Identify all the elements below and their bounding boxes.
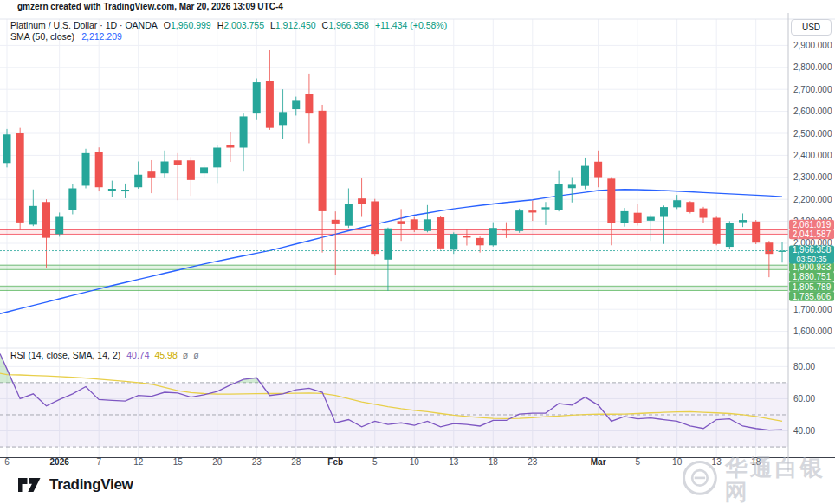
candle-body bbox=[515, 210, 523, 231]
candle-body bbox=[489, 228, 497, 245]
candle-body bbox=[213, 148, 221, 168]
candle-body bbox=[121, 190, 129, 191]
empty-set-icon: ø bbox=[193, 350, 198, 360]
current-price-text: 1,966.358 bbox=[793, 245, 832, 255]
rsi-label: RSI (14, close, SMA, 14, 2) bbox=[10, 350, 120, 360]
rsi-value: 40.74 bbox=[126, 350, 149, 360]
candle-body bbox=[398, 221, 405, 224]
candle-body bbox=[42, 202, 50, 237]
price-axis-label: 2,700.000 bbox=[793, 85, 832, 94]
sma-value: 2,212.209 bbox=[81, 31, 122, 42]
price-axis-label: 1,700.000 bbox=[793, 305, 832, 314]
price-axis-label: 2,600.000 bbox=[793, 107, 832, 116]
candle-body bbox=[765, 242, 773, 254]
alert-price-label-text: 2,041.587 bbox=[793, 229, 832, 239]
time-axis-label: 18 bbox=[751, 457, 761, 467]
candle-body bbox=[371, 201, 379, 254]
candle-body bbox=[437, 217, 444, 249]
candle-body bbox=[16, 133, 24, 223]
candle-body bbox=[660, 207, 668, 216]
level-band bbox=[0, 286, 788, 290]
candle-body bbox=[541, 207, 549, 209]
ohlc-low: L1,912.450 bbox=[270, 20, 316, 30]
candle-body bbox=[358, 198, 366, 204]
time-axis-label: 18 bbox=[489, 457, 499, 467]
sma-label: SMA (50, close) bbox=[10, 31, 74, 42]
time-axis-label: 13 bbox=[449, 457, 459, 467]
time-axis-label: 6 bbox=[4, 457, 10, 467]
candle-body bbox=[568, 184, 576, 188]
currency-button[interactable]: USD bbox=[791, 19, 832, 36]
candle-body bbox=[450, 234, 457, 249]
candle-body bbox=[476, 238, 484, 245]
time-axis-label: 12 bbox=[133, 457, 144, 467]
ohlc-high: H2,003.755 bbox=[217, 20, 264, 30]
time-axis-label: 23 bbox=[252, 457, 262, 467]
candle-body bbox=[555, 184, 563, 210]
rsi-legend[interactable]: RSI (14, close, SMA, 14, 2)40.7445.98øø bbox=[10, 350, 199, 360]
candle-body bbox=[713, 218, 721, 244]
candle-body bbox=[424, 219, 431, 230]
time-axis-label: 23 bbox=[528, 457, 538, 467]
candle-body bbox=[384, 229, 392, 260]
time-axis[interactable]: 6202671215202328Feb510131823Mar5101318 bbox=[4, 457, 761, 467]
countdown-text: 03:50:35 bbox=[796, 255, 826, 263]
candle-body bbox=[411, 219, 418, 229]
candle-body bbox=[240, 116, 248, 147]
time-axis-label: 5 bbox=[372, 457, 378, 467]
time-axis-label: 2026 bbox=[50, 457, 70, 467]
candle-body bbox=[108, 189, 116, 191]
price-axis-label: 2,200.000 bbox=[793, 195, 832, 204]
symbol-title[interactable]: Platinum / U.S. Dollar · 1D · OANDA bbox=[10, 20, 158, 30]
time-axis-label: 5 bbox=[635, 457, 640, 467]
candle-body bbox=[607, 178, 615, 223]
candle-body bbox=[319, 111, 327, 211]
candle-body bbox=[752, 222, 760, 242]
candle-body bbox=[174, 160, 182, 165]
candle-body bbox=[29, 206, 37, 225]
candle-body bbox=[686, 202, 694, 212]
candle-body bbox=[200, 167, 208, 173]
candle-body bbox=[55, 217, 63, 235]
candle-body bbox=[581, 166, 589, 186]
candle-body bbox=[463, 236, 470, 238]
time-axis-label: 13 bbox=[712, 457, 722, 467]
chart-canvas[interactable]: 2,900.0002,800.0002,700.0002,600.0002,50… bbox=[0, 0, 835, 504]
candle-body bbox=[620, 211, 628, 223]
symbol-legend: Platinum / U.S. Dollar · 1D · OANDAO1,96… bbox=[10, 20, 447, 30]
candle-body bbox=[253, 82, 261, 113]
candle-body bbox=[3, 134, 11, 163]
candle-body bbox=[332, 220, 340, 224]
rsi-axis-label: 40.00 bbox=[793, 426, 815, 436]
time-axis-label: 10 bbox=[410, 457, 420, 467]
alert-price-label-text: 1,785.606 bbox=[793, 292, 832, 301]
footer-logo[interactable]: TradingView bbox=[17, 476, 133, 494]
rsi-axis-label: 60.00 bbox=[793, 394, 815, 404]
rsi-ma-value: 45.98 bbox=[155, 350, 178, 360]
candle-body bbox=[68, 188, 76, 210]
price-axis-label: 2,900.000 bbox=[793, 41, 832, 50]
candle-body bbox=[345, 204, 353, 226]
alert-price-label-text: 1,880.751 bbox=[793, 272, 832, 281]
candle-body bbox=[279, 112, 287, 125]
alert-price-label-text: 1,805.789 bbox=[793, 282, 832, 292]
time-axis-label: 28 bbox=[291, 457, 301, 467]
candle-body bbox=[647, 217, 655, 221]
level-band bbox=[0, 265, 788, 269]
price-axis-label: 1,600.000 bbox=[793, 326, 832, 336]
alert-price-label-text: 1,900.933 bbox=[793, 262, 832, 272]
candle-body bbox=[700, 209, 708, 218]
candle-body bbox=[528, 210, 536, 212]
candle-body bbox=[95, 152, 103, 187]
sma-legend[interactable]: SMA (50, close)2,212.209 bbox=[10, 31, 122, 42]
tradingview-chart-window: 2,900.0002,800.0002,700.0002,600.0002,50… bbox=[0, 0, 835, 504]
time-axis-label: 7 bbox=[96, 457, 101, 467]
alert-price-label-text: 2,061.019 bbox=[793, 220, 832, 229]
empty-set-icon: ø bbox=[183, 350, 188, 360]
level-band bbox=[0, 229, 788, 234]
candle-body bbox=[226, 145, 234, 147]
change-value: +11.434 (+0.58%) bbox=[375, 20, 447, 30]
ohlc-close: C1,966.358 bbox=[322, 20, 369, 30]
attribution-text: gmzern created with TradingView.com, Mar… bbox=[17, 2, 283, 11]
price-axis-label: 2,800.000 bbox=[793, 62, 832, 72]
